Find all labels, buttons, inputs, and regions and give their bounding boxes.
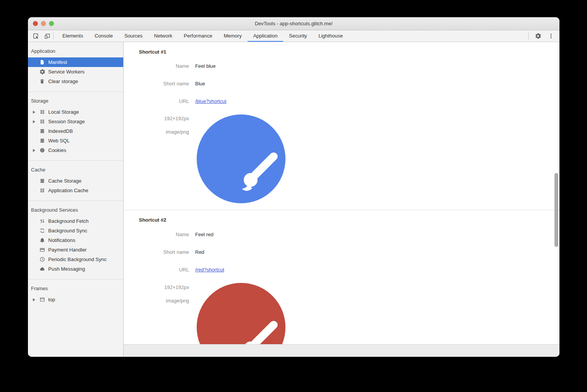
sidebar-item-background-fetch[interactable]: Background Fetch (28, 216, 123, 226)
application-sidebar: Application Manifest (28, 42, 124, 357)
devtools-toolbar: Elements Console Sources Network Perform… (28, 30, 559, 42)
inspect-element-icon[interactable] (32, 32, 39, 40)
paintbrush-icon (197, 114, 285, 203)
sidebar-item-clear-storage[interactable]: Clear storage (28, 77, 123, 86)
frame-icon (39, 297, 45, 303)
sidebar-item-payment-handler[interactable]: Payment Handler (28, 245, 123, 255)
table-icon (39, 188, 45, 194)
database-icon (39, 128, 45, 134)
window-controls (33, 17, 54, 30)
sidebar-item-periodic-background-sync[interactable]: Periodic Background Sync (28, 255, 123, 264)
panel-tabs: Elements Console Sources Network Perform… (57, 30, 349, 42)
sidebar-item-web-sql[interactable]: Web SQL (28, 136, 123, 145)
field-label-name: Name (124, 232, 189, 237)
field-label-url: URL (124, 267, 189, 273)
sidebar-item-cache-storage[interactable]: Cache Storage (28, 176, 123, 186)
database-icon (39, 178, 45, 184)
toolbar-separator (53, 32, 54, 40)
screenshot-stage: DevTools - app-shortcuts.glitch.me/ (0, 0, 587, 392)
expand-triangle-icon[interactable] (33, 111, 36, 114)
sidebar-section-storage: Storage Local Storage Session Stora (28, 91, 123, 160)
expand-triangle-icon[interactable] (33, 298, 36, 301)
sidebar-item-local-storage[interactable]: Local Storage (28, 107, 123, 117)
field-label-name: Name (124, 63, 189, 69)
cookie-icon (39, 147, 45, 154)
sidebar-item-manifest[interactable]: Manifest (28, 57, 123, 67)
tab-elements[interactable]: Elements (57, 30, 89, 42)
expand-triangle-icon[interactable] (33, 149, 36, 152)
tab-memory[interactable]: Memory (218, 30, 248, 42)
sidebar-item-background-sync[interactable]: Background Sync (28, 226, 123, 235)
field-value-short-name: Red (195, 249, 204, 255)
shortcut-url-link[interactable]: /red?shortcut (195, 267, 224, 273)
tab-performance[interactable]: Performance (178, 30, 218, 42)
sidebar-section-background-services: Background Services Background Fetch (28, 201, 123, 279)
shortcut-1-section: Shortcut #1 Name Feel blue Short name Bl… (124, 42, 559, 210)
tab-security[interactable]: Security (283, 30, 313, 42)
sidebar-item-frame-top[interactable]: top (28, 295, 123, 304)
trash-icon (39, 78, 45, 85)
database-icon (39, 138, 45, 144)
section-header: Storage (28, 97, 123, 107)
sidebar-section-frames: Frames top (28, 279, 123, 310)
shortcut-icon-blue (197, 114, 285, 203)
bell-icon (39, 237, 45, 243)
paintbrush-icon (197, 283, 285, 344)
clock-icon (39, 256, 45, 263)
toggle-device-toolbar-icon[interactable] (43, 32, 51, 40)
sidebar-item-cookies[interactable]: Cookies (28, 145, 123, 155)
sidebar-item-indexeddb[interactable]: IndexedDB (28, 126, 123, 136)
vertical-scrollbar-thumb[interactable] (554, 173, 558, 247)
manifest-pane: Shortcut #1 Name Feel blue Short name Bl… (124, 42, 559, 357)
tab-lighthouse[interactable]: Lighthouse (313, 30, 349, 42)
sync-icon (39, 228, 45, 234)
credit-card-icon (39, 247, 45, 253)
table-icon (39, 109, 45, 115)
section-header: Cache (28, 166, 123, 176)
shortcut-icon-red (197, 283, 285, 344)
minimize-window-button[interactable] (41, 21, 46, 26)
section-header: Background Services (28, 206, 123, 216)
manifest-scroll-area: Shortcut #1 Name Feel blue Short name Bl… (124, 42, 559, 344)
tab-console[interactable]: Console (89, 30, 119, 42)
sidebar-section-cache: Cache Cache Storage Application Cac (28, 160, 123, 201)
icon-mime-label: image/png (124, 129, 189, 135)
field-label-short-name: Short name (124, 81, 189, 87)
field-value-short-name: Blue (195, 81, 205, 87)
field-value-name: Feel red (195, 232, 214, 237)
field-value-name: Feel blue (195, 63, 215, 69)
close-window-button[interactable] (33, 21, 38, 26)
icon-size-label: 192×192px (124, 284, 189, 290)
bottom-drawer-strip (124, 344, 559, 357)
table-icon (39, 119, 45, 125)
cloud-icon (39, 266, 45, 272)
shortcut-url-link[interactable]: /blue?shortcut (195, 98, 227, 104)
shortcut-title: Shortcut #1 (139, 49, 166, 55)
sidebar-item-push-messaging[interactable]: Push Messaging (28, 264, 123, 274)
tab-sources[interactable]: Sources (119, 30, 148, 42)
devtools-window: DevTools - app-shortcuts.glitch.me/ (28, 17, 559, 357)
field-label-url: URL (124, 98, 189, 104)
kebab-menu-icon[interactable] (547, 32, 555, 40)
up-down-arrows-icon (39, 218, 45, 224)
tab-network[interactable]: Network (148, 30, 178, 42)
section-header: Frames (28, 284, 123, 295)
window-title: DevTools - app-shortcuts.glitch.me/ (255, 21, 333, 26)
settings-gear-icon[interactable] (534, 32, 542, 40)
sidebar-item-session-storage[interactable]: Session Storage (28, 117, 123, 126)
shortcut-2-section: Shortcut #2 Name Feel red Short name Red… (124, 210, 559, 344)
sidebar-section-application: Application Manifest (28, 42, 123, 91)
sidebar-item-application-cache[interactable]: Application Cache (28, 186, 123, 195)
zoom-window-button[interactable] (49, 21, 54, 26)
icon-size-label: 192×192px (124, 116, 189, 121)
field-label-short-name: Short name (124, 249, 189, 255)
sidebar-item-service-workers[interactable]: Service Workers (28, 67, 123, 77)
title-bar: DevTools - app-shortcuts.glitch.me/ (28, 17, 559, 30)
gear-icon (39, 69, 45, 75)
toolbar-separator (528, 32, 529, 40)
sidebar-item-notifications[interactable]: Notifications (28, 235, 123, 245)
shortcut-title: Shortcut #2 (139, 217, 166, 223)
tab-application[interactable]: Application (248, 30, 284, 42)
expand-triangle-icon[interactable] (33, 120, 36, 123)
section-header: Application (28, 47, 123, 57)
